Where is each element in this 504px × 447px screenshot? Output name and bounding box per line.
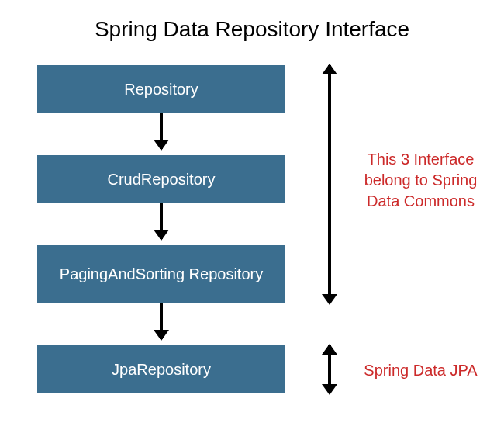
box-crudrepository: CrudRepository bbox=[37, 155, 285, 203]
box-repository: Repository bbox=[37, 65, 285, 113]
bracket-jpa bbox=[328, 345, 331, 393]
box-pagingandsorting: PagingAndSorting Repository bbox=[37, 245, 285, 303]
arrow-paging-to-jpa bbox=[159, 303, 164, 339]
arrow-crud-to-paging bbox=[159, 203, 164, 239]
arrow-repository-to-crud bbox=[159, 113, 164, 149]
bracket-commons bbox=[328, 65, 331, 303]
annotation-jpa: Spring Data JPA bbox=[353, 360, 488, 381]
box-jparepository: JpaRepository bbox=[37, 345, 285, 393]
annotation-commons: This 3 Interface belong to Spring Data C… bbox=[353, 149, 488, 212]
hierarchy-diagram: Repository CrudRepository PagingAndSorti… bbox=[0, 56, 504, 444]
diagram-title: Spring Data Repository Interface bbox=[0, 0, 504, 56]
